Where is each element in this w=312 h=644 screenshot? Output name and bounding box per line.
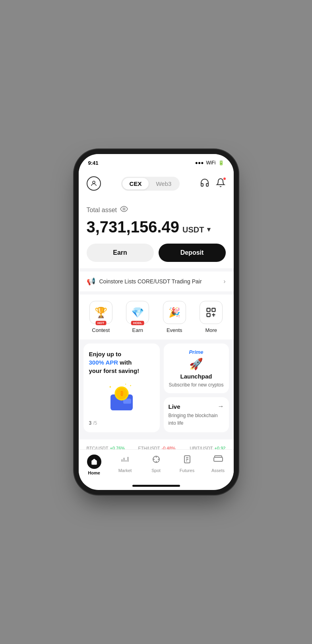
slide-total: /5 xyxy=(93,420,97,426)
earn-promo-card[interactable]: Enjoy up to 300% APR with your forst sav… xyxy=(83,343,160,432)
quick-item-contest[interactable]: 🏆 HOT Contest xyxy=(87,301,115,333)
market-nav-label: Market xyxy=(118,468,132,473)
deposit-button[interactable]: Deposit xyxy=(159,244,226,262)
status-time: 9:41 xyxy=(88,160,99,166)
quick-menu: 🏆 HOT Contest 💎 HODL Earn 🎉 Events xyxy=(79,295,234,340)
asset-currency[interactable]: USDT ▼ xyxy=(182,225,212,234)
live-arrow-icon: → xyxy=(218,403,224,410)
assets-nav-label: Assets xyxy=(211,468,225,473)
events-icon: 🎉 xyxy=(169,307,180,318)
launchpad-title: Launchpad xyxy=(180,373,212,380)
announcement-icon: 📢 xyxy=(87,277,95,286)
assets-nav-icon xyxy=(213,455,223,466)
asset-amount-row: 3,731,156.49 USDT ▼ xyxy=(87,218,226,236)
spot-nav-icon xyxy=(151,455,161,466)
svg-text:✦: ✦ xyxy=(125,383,126,385)
support-icon[interactable] xyxy=(200,178,209,189)
launchpad-card[interactable]: Prime 🚀 Launchpad Subscribe for new cryp… xyxy=(164,343,229,393)
earn-promo-text: Enjoy up to 300% APR with your forst sav… xyxy=(89,350,154,375)
asset-label-row: Total asset xyxy=(87,205,226,215)
svg-point-0 xyxy=(93,181,95,183)
ubit-change: +0.92% xyxy=(215,446,226,449)
currency-dropdown-icon[interactable]: ▼ xyxy=(206,226,212,233)
eth-change: -0.48% xyxy=(162,446,176,449)
ticker-ubit[interactable]: UBIT/USDT +0.92% 0.109 xyxy=(190,446,226,449)
svg-text:✦: ✦ xyxy=(109,385,112,389)
nav-futures[interactable]: Futures xyxy=(175,453,199,474)
rocket-icon: 🚀 xyxy=(189,357,203,371)
right-cards: Prime 🚀 Launchpad Subscribe for new cryp… xyxy=(164,343,229,432)
nav-market[interactable]: Market xyxy=(113,453,137,474)
ticker-btc[interactable]: BTC/USDT +0.76% 91,953.41 xyxy=(87,446,130,449)
notification-icon[interactable] xyxy=(216,178,225,189)
hot-badge: HOT xyxy=(95,321,106,325)
app-header: CEX Web3 xyxy=(79,172,234,197)
nav-assets[interactable]: Assets xyxy=(206,453,230,474)
visibility-toggle-icon[interactable] xyxy=(120,205,128,215)
slide-indicator: 3 /5 xyxy=(89,420,154,426)
asset-value: 3,731,156.49 xyxy=(87,218,180,236)
svg-rect-4 xyxy=(207,313,210,316)
contest-label: Contest xyxy=(92,327,110,333)
cex-web3-toggle[interactable]: CEX Web3 xyxy=(121,177,180,191)
status-bar: 9:41 ●●● WiFi 🔋 xyxy=(79,154,234,172)
btc-change: +0.76% xyxy=(110,446,125,449)
announcement-bar[interactable]: 📢 Coinstore Lists CORE/USDT Trading Pair… xyxy=(79,271,234,291)
launchpad-subtitle: Subscribe for new cryptos xyxy=(169,382,223,388)
apr-highlight: 300% APR xyxy=(89,359,118,366)
svg-rect-3 xyxy=(212,308,215,312)
hodl-badge: HODL xyxy=(131,321,144,325)
contest-icon-box: 🏆 HOT xyxy=(89,301,112,324)
futures-nav-icon xyxy=(182,455,192,466)
profile-icon[interactable] xyxy=(87,176,101,191)
web3-tab[interactable]: Web3 xyxy=(149,178,178,189)
live-title: Live xyxy=(169,403,180,410)
more-grid-icon xyxy=(205,307,217,318)
svg-point-1 xyxy=(123,208,125,210)
svg-rect-2 xyxy=(207,308,210,312)
market-ticker: BTC/USDT +0.76% 91,953.41 ETH/USDT -0.48… xyxy=(79,439,234,449)
asset-section: Total asset 3,731,156.49 USDT ▼ Earn Dep… xyxy=(79,197,234,268)
wallet-illustration: ✦ ✦ ✦ ₿ xyxy=(89,380,154,417)
svg-text:✦: ✦ xyxy=(130,384,132,387)
futures-nav-label: Futures xyxy=(180,468,194,473)
ubit-pair-label: UBIT/USDT xyxy=(190,446,213,449)
prime-label: Prime xyxy=(189,349,203,355)
more-icon-box xyxy=(200,301,223,324)
asset-label-text: Total asset xyxy=(87,207,117,214)
eth-pair-label: ETH/USDT xyxy=(138,446,160,449)
header-action-icons xyxy=(200,178,225,189)
status-indicators: ●●● WiFi 🔋 xyxy=(195,160,224,166)
spot-nav-label: Spot xyxy=(151,468,161,473)
quick-item-earn[interactable]: 💎 HODL Earn xyxy=(124,301,151,333)
events-icon-box: 🎉 xyxy=(163,301,186,324)
earn-button[interactable]: Earn xyxy=(87,244,154,262)
quick-item-events[interactable]: 🎉 Events xyxy=(161,301,188,333)
bottom-navigation: Home Market Spot xyxy=(79,449,234,485)
live-subtitle: Bringing the blockchain into life xyxy=(169,413,218,426)
earn-quick-icon: 💎 xyxy=(131,306,144,319)
home-indicator xyxy=(132,485,180,487)
cards-section: Enjoy up to 300% APR with your forst sav… xyxy=(79,340,234,436)
slide-current: 3 xyxy=(89,420,92,426)
contest-icon: 🏆 xyxy=(95,306,107,319)
btc-pair-label: BTC/USDT xyxy=(87,446,109,449)
ticker-eth[interactable]: ETH/USDT -0.48% 3,112.11 xyxy=(138,446,182,449)
quick-item-more[interactable]: More xyxy=(197,301,225,333)
nav-spot[interactable]: Spot xyxy=(144,453,168,474)
svg-text:₿: ₿ xyxy=(120,390,123,396)
events-label: Events xyxy=(167,327,182,333)
ticker-list: BTC/USDT +0.76% 91,953.41 ETH/USDT -0.48… xyxy=(87,446,226,449)
announcement-chevron-icon: › xyxy=(223,278,225,285)
notification-badge xyxy=(223,177,226,180)
earn-label: Earn xyxy=(132,327,143,333)
home-nav-label: Home xyxy=(88,470,100,475)
action-buttons: Earn Deposit xyxy=(87,244,226,262)
cex-tab[interactable]: CEX xyxy=(122,178,149,189)
home-icon-active xyxy=(87,455,101,469)
live-card[interactable]: Live → Bringing the blockchain into life xyxy=(164,397,229,432)
market-nav-icon xyxy=(120,455,130,466)
nav-home[interactable]: Home xyxy=(82,453,106,477)
more-label: More xyxy=(205,327,217,333)
announcement-text: Coinstore Lists CORE/USDT Trading Pair xyxy=(99,278,202,285)
